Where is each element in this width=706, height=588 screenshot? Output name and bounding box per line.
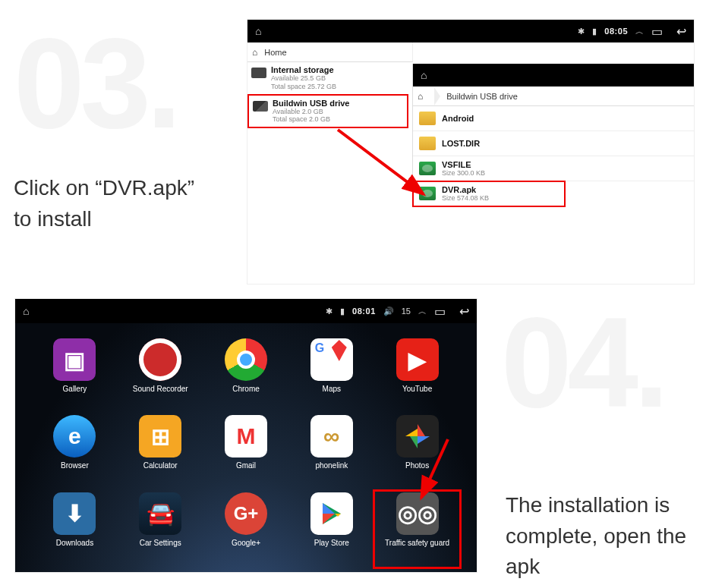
playstore-icon (310, 492, 353, 535)
file-name: DVR.apk (442, 185, 489, 194)
storage-total: Total space 25.72 GB (271, 83, 404, 91)
app-browser[interactable]: eBrowser (33, 415, 116, 489)
app-calculator[interactable]: ⊞Calculator (119, 415, 202, 489)
folder-icon (419, 137, 436, 150)
app-gallery[interactable]: ▣Gallery (33, 338, 116, 412)
app-maps[interactable]: Maps (290, 338, 373, 412)
youtube-icon: ▶ (396, 338, 439, 381)
breadcrumb-home[interactable]: Home (260, 48, 291, 57)
gmail-icon: M (225, 415, 267, 458)
screenshot-usb-contents: ⌂ ⌂ Buildwin USB drive Android LOST.DIR … (413, 64, 694, 206)
step-number-04: 04. (501, 299, 665, 426)
dvr-icon: ◎◎ (396, 492, 439, 535)
app-downloads[interactable]: ⬇Downloads (33, 492, 116, 566)
back-icon[interactable]: ↩ (459, 304, 469, 319)
home-outline-icon: ⌂ (255, 25, 261, 37)
app-grid: ▣Gallery Sound Recorder Chrome Maps ▶You… (15, 323, 477, 572)
recents-icon[interactable]: ▭ (434, 304, 446, 319)
app-traffic-safety-guard[interactable]: ◎◎Traffic safety guard (376, 492, 459, 566)
app-gmail[interactable]: MGmail (205, 415, 288, 489)
car-icon: 🚘 (139, 492, 181, 535)
app-label: Gmail (236, 461, 256, 470)
home-outline-icon: ⌂ (421, 69, 427, 81)
svg-line-0 (338, 130, 424, 194)
app-label: YouTube (402, 385, 432, 393)
app-phonelink[interactable]: ∞phonelink (290, 415, 373, 489)
bluetooth-icon: ✱ (326, 307, 333, 316)
app-label: Downloads (56, 539, 93, 547)
folder-android[interactable]: Android (413, 106, 694, 131)
chevron-up-icon: ︿ (418, 306, 427, 317)
instruction-04: The installation is complete, open the a… (506, 490, 703, 583)
back-icon[interactable]: ↩ (676, 24, 686, 39)
breadcrumb-usb[interactable]: Buildwin USB drive (442, 92, 522, 101)
app-label: Play Store (314, 539, 349, 547)
file-dvr-apk[interactable]: DVR.apk Size 574.08 KB (413, 181, 565, 206)
app-chrome[interactable]: Chrome (205, 338, 288, 412)
recorder-icon (139, 338, 181, 381)
app-label: phonelink (315, 461, 348, 470)
storage-total: Total space 2.0 GB (273, 115, 402, 124)
battery-icon: ▮ (340, 307, 345, 316)
file-name: VSFILE (442, 160, 485, 169)
storage-available: Available 25.5 GB (271, 74, 404, 83)
apk-icon (419, 162, 436, 175)
storage-internal[interactable]: Internal storage Available 25.5 GB Total… (247, 62, 408, 95)
storage-usb-drive[interactable]: Buildwin USB drive Available 2.0 GB Tota… (247, 94, 408, 129)
gplus-icon: G+ (225, 492, 267, 535)
apk-icon (419, 187, 436, 200)
browser-icon: e (53, 415, 96, 458)
volume-icon: 🔊 (383, 307, 394, 316)
app-play-store[interactable]: Play Store (290, 492, 373, 566)
app-photos[interactable]: Photos (376, 415, 459, 489)
app-google-plus[interactable]: G+Google+ (205, 492, 288, 566)
home-icon[interactable]: ⌂ (418, 91, 423, 102)
app-label: Maps (323, 385, 341, 393)
file-vsfile[interactable]: VSFILE Size 300.0 KB (413, 156, 694, 181)
folder-lostdir[interactable]: LOST.DIR (413, 131, 694, 156)
android-status-bar: ⌂ (413, 64, 694, 86)
step-number-03: 03. (14, 20, 178, 147)
app-label: Browser (61, 461, 89, 470)
maps-icon (310, 338, 353, 381)
app-youtube[interactable]: ▶YouTube (376, 338, 459, 412)
file-size: Size 574.08 KB (442, 194, 489, 202)
android-status-bar: ⌂ ✱ ▮ 08:05 ︿ ▭ ↩ (247, 20, 694, 42)
app-label: Gallery (63, 385, 87, 393)
recents-icon[interactable]: ▭ (651, 24, 663, 39)
calculator-icon: ⊞ (139, 415, 181, 458)
folder-icon (419, 112, 436, 125)
screenshot-android-launcher: ⌂ ✱ ▮ 08:01 🔊 15 ︿ ▭ ↩ ▣Gallery Sound Re… (15, 299, 477, 572)
sdcard-icon (253, 101, 268, 112)
photos-icon (396, 415, 439, 458)
screenshot-file-browser: ⌂ ✱ ▮ 08:05 ︿ ▭ ↩ ⌂ Home Internal storag… (247, 20, 694, 284)
app-label: Calculator (143, 461, 178, 470)
android-status-bar: ⌂ ✱ ▮ 08:01 🔊 15 ︿ ▭ ↩ (15, 299, 477, 323)
bluetooth-icon: ✱ (578, 27, 585, 36)
file-size: Size 300.0 KB (442, 169, 485, 177)
app-car-settings[interactable]: 🚘Car Settings (119, 492, 202, 566)
storage-available: Available 2.0 GB (273, 108, 402, 116)
file-name: Android (442, 114, 474, 123)
home-outline-icon: ⌂ (23, 305, 29, 317)
status-time: 08:01 (352, 307, 376, 316)
chevron-up-icon: ︿ (635, 26, 644, 37)
app-label: Car Settings (140, 539, 181, 547)
battery-icon: ▮ (592, 27, 597, 36)
status-time: 08:05 (604, 27, 628, 36)
app-sound-recorder[interactable]: Sound Recorder (119, 338, 202, 412)
app-label: Google+ (232, 539, 260, 547)
storage-name: Internal storage (271, 65, 404, 74)
storage-name: Buildwin USB drive (273, 99, 402, 108)
chrome-icon (225, 338, 267, 381)
status-extra: 15 (402, 307, 411, 316)
phonelink-icon: ∞ (310, 415, 353, 458)
storage-icon (251, 68, 266, 78)
instruction-03: Click on “DVR.apk” to install (14, 173, 241, 234)
file-name: LOST.DIR (442, 139, 480, 148)
app-label: Chrome (232, 385, 260, 393)
home-icon: ⌂ (252, 47, 257, 58)
app-label: Traffic safety guard (385, 539, 449, 547)
app-label: Photos (405, 461, 429, 470)
app-label: Sound Recorder (133, 385, 188, 393)
